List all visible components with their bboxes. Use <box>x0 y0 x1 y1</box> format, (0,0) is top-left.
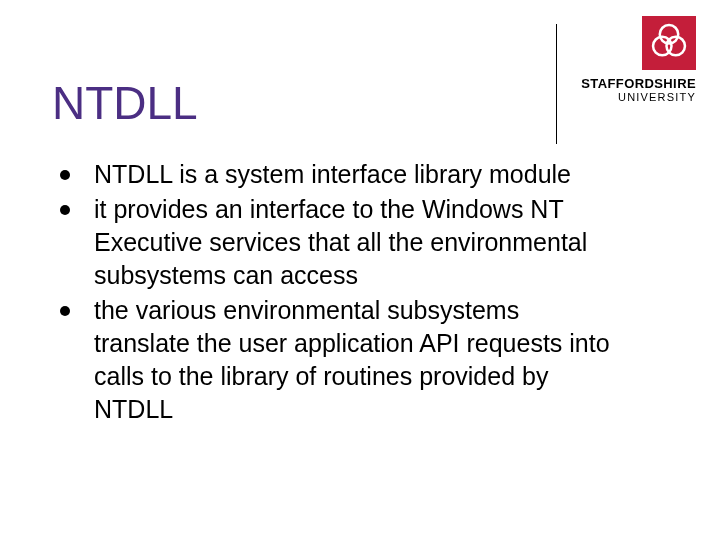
bullet-text: NTDLL is a system interface library modu… <box>94 158 571 191</box>
brand-logo-block: STAFFORDSHIRE UNIVERSITY <box>578 16 696 103</box>
slide-content: NTDLL is a system interface library modu… <box>60 158 620 426</box>
list-item: the various environmental subsystems tra… <box>60 294 620 426</box>
bullet-icon <box>60 205 70 215</box>
knot-icon <box>648 20 690 66</box>
bullet-icon <box>60 306 70 316</box>
slide: STAFFORDSHIRE UNIVERSITY NTDLL NTDLL is … <box>0 0 720 540</box>
brand-text: STAFFORDSHIRE UNIVERSITY <box>578 76 696 103</box>
brand-line2: UNIVERSITY <box>578 91 696 103</box>
brand-mark <box>642 16 696 70</box>
bullet-icon <box>60 170 70 180</box>
brand-line1: STAFFORDSHIRE <box>578 76 696 91</box>
logo-divider <box>556 24 557 144</box>
list-item: NTDLL is a system interface library modu… <box>60 158 620 191</box>
bullet-text: the various environmental subsystems tra… <box>94 294 620 426</box>
bullet-text: it provides an interface to the Windows … <box>94 193 620 292</box>
list-item: it provides an interface to the Windows … <box>60 193 620 292</box>
